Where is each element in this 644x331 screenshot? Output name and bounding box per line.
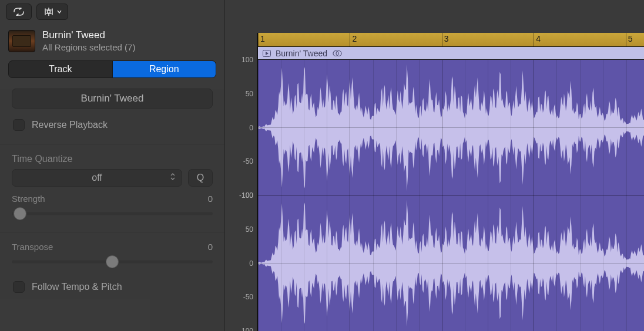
region-header: Burnin' Tweed All Regions selected (7)	[0, 26, 224, 58]
time-quantize-select[interactable]: off	[12, 169, 182, 187]
waveform-left-channel	[258, 60, 644, 195]
transpose-value: 0	[208, 242, 213, 252]
flex-tool-button[interactable]	[36, 4, 68, 20]
chevron-updown-icon	[170, 173, 176, 183]
transpose-slider[interactable]	[12, 253, 213, 271]
time-quantize-title: Time Quantize	[12, 154, 213, 164]
tab-track[interactable]: Track	[9, 61, 113, 77]
region-strip-name: Burnin' Tweed	[276, 49, 327, 58]
amplitude-axis: 100500-50-100 100500-50-100	[225, 60, 258, 331]
transpose-row: Transpose 0	[12, 242, 213, 252]
waveform-right-channel	[258, 195, 644, 331]
track-icon	[8, 30, 35, 52]
track-title: Burnin' Tweed	[42, 29, 135, 41]
region-strip[interactable]: Burnin' Tweed	[258, 47, 644, 60]
tab-region[interactable]: Region	[113, 61, 216, 77]
follow-tempo-label: Follow Tempo & Pitch	[32, 282, 122, 292]
selection-subtitle: All Regions selected (7)	[42, 42, 135, 52]
bar-ruler[interactable]: 12345	[258, 33, 644, 47]
region-name-field[interactable]: Burnin' Tweed	[12, 89, 213, 109]
stereo-icon	[332, 50, 343, 57]
quantize-button[interactable]: Q	[188, 169, 213, 187]
strength-value: 0	[208, 194, 213, 204]
inspector-toolbar	[0, 4, 224, 26]
reverse-playback-label: Reverse Playback	[32, 120, 108, 130]
strength-label: Strength	[12, 194, 45, 204]
time-quantize-value: off	[92, 173, 102, 183]
strength-row: Strength 0	[12, 194, 213, 204]
svg-point-0	[48, 11, 51, 13]
loop-tool-button[interactable]	[6, 4, 32, 20]
strength-slider[interactable]	[12, 205, 213, 222]
reverse-playback-checkbox[interactable]	[13, 119, 25, 131]
waveform-viewport[interactable]	[258, 60, 644, 331]
follow-tempo-row: Follow Tempo & Pitch	[12, 279, 213, 302]
follow-tempo-checkbox[interactable]	[13, 281, 25, 293]
reverse-playback-row: Reverse Playback	[12, 117, 213, 140]
transpose-label: Transpose	[12, 242, 53, 252]
play-icon	[263, 50, 271, 57]
inspector-panel: Burnin' Tweed All Regions selected (7) T…	[0, 0, 224, 331]
tab-segmented: Track Region	[8, 60, 216, 78]
audio-editor: 12345 Burnin' Tweed 100500-50-100 100500…	[225, 0, 644, 331]
